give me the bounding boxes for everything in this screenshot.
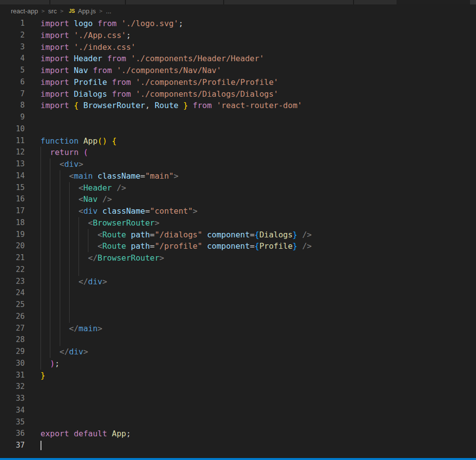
line-number[interactable]: 13 bbox=[0, 158, 25, 170]
indent-guide bbox=[69, 299, 79, 311]
line-number[interactable]: 26 bbox=[0, 311, 25, 323]
code-line[interactable]: 23</div> bbox=[0, 276, 476, 288]
line-number[interactable]: 4 bbox=[0, 53, 25, 65]
line-number[interactable]: 15 bbox=[0, 182, 25, 194]
line-number[interactable]: 36 bbox=[0, 428, 25, 440]
code-line[interactable]: 27</main> bbox=[0, 323, 476, 335]
breadcrumb-item-project[interactable]: react-app bbox=[11, 7, 38, 15]
code-line[interactable]: 16<Nav /> bbox=[0, 193, 476, 205]
code-line[interactable]: 15<Header /> bbox=[0, 182, 476, 194]
line-number[interactable]: 7 bbox=[0, 88, 25, 100]
code-line[interactable]: 28 bbox=[0, 334, 476, 346]
line-number[interactable]: 5 bbox=[0, 65, 25, 77]
line-number[interactable]: 1 bbox=[0, 18, 25, 30]
code-line[interactable]: 4import Header from './components/Header… bbox=[0, 53, 476, 65]
indent-guide bbox=[69, 193, 79, 205]
line-number[interactable]: 34 bbox=[0, 405, 25, 417]
code-line[interactable]: 1import logo from './logo.svg'; bbox=[0, 18, 476, 30]
indent-guide bbox=[40, 276, 50, 288]
code-line[interactable]: 10 bbox=[0, 123, 476, 135]
code-line[interactable]: 17<div className="content"> bbox=[0, 205, 476, 217]
line-number[interactable]: 27 bbox=[0, 323, 25, 335]
line-number[interactable]: 16 bbox=[0, 193, 25, 205]
indent-guide bbox=[40, 358, 50, 370]
indent-guide bbox=[60, 240, 69, 252]
code-line[interactable]: 37 bbox=[0, 440, 476, 452]
code-line[interactable]: 11function App() { bbox=[0, 135, 476, 147]
line-number[interactable]: 6 bbox=[0, 77, 25, 88]
line-number[interactable]: 10 bbox=[0, 123, 25, 135]
line-number[interactable]: 2 bbox=[0, 30, 25, 41]
indent-guide bbox=[79, 264, 88, 276]
indent-guide bbox=[60, 264, 69, 276]
code-line[interactable]: 24 bbox=[0, 287, 476, 299]
code-line[interactable]: 5import Nav from './components/Nav/Nav' bbox=[0, 65, 476, 77]
line-number[interactable]: 32 bbox=[0, 381, 25, 393]
breadcrumb-item-file[interactable]: App.js bbox=[78, 7, 96, 15]
code-text: import Header from './components/Header/… bbox=[25, 53, 476, 65]
line-number[interactable]: 25 bbox=[0, 299, 25, 311]
code-line[interactable]: 13<div> bbox=[0, 158, 476, 170]
code-text: import logo from './logo.svg'; bbox=[25, 18, 476, 30]
code-line[interactable]: 32 bbox=[0, 381, 476, 393]
code-line[interactable]: 19<Route path="/dialogs" component={Dial… bbox=[0, 229, 476, 241]
code-line[interactable]: 3import './index.css' bbox=[0, 41, 476, 53]
line-number[interactable]: 12 bbox=[0, 147, 25, 158]
tab-bar[interactable] bbox=[0, 0, 476, 4]
indent-guide bbox=[60, 193, 69, 205]
tab-bar-tabs[interactable] bbox=[0, 0, 397, 4]
code-line[interactable]: 29</div> bbox=[0, 346, 476, 358]
line-number[interactable]: 21 bbox=[0, 252, 25, 264]
code-line[interactable]: 26 bbox=[0, 311, 476, 323]
line-number[interactable]: 17 bbox=[0, 205, 25, 217]
line-number[interactable]: 18 bbox=[0, 217, 25, 229]
code-line[interactable]: 20<Route path="/profile" component={Prof… bbox=[0, 240, 476, 252]
line-number[interactable]: 19 bbox=[0, 229, 25, 241]
code-line[interactable]: 2import './App.css'; bbox=[0, 30, 476, 41]
code-line[interactable]: 33 bbox=[0, 393, 476, 405]
line-number[interactable]: 31 bbox=[0, 370, 25, 382]
line-number[interactable]: 24 bbox=[0, 287, 25, 299]
line-number[interactable]: 28 bbox=[0, 334, 25, 346]
code-line[interactable]: 34 bbox=[0, 405, 476, 417]
code-line[interactable]: 18<BrowserRouter> bbox=[0, 217, 476, 229]
line-number[interactable]: 14 bbox=[0, 170, 25, 182]
indent-guide bbox=[69, 276, 79, 288]
code-line[interactable]: 9 bbox=[0, 112, 476, 123]
code-line[interactable]: 14<main className="main"> bbox=[0, 170, 476, 182]
line-number[interactable]: 9 bbox=[0, 112, 25, 123]
code-line[interactable]: 6import Profile from './components/Profi… bbox=[0, 77, 476, 88]
code-line[interactable]: 7import Dialogs from './components/Dialo… bbox=[0, 88, 476, 100]
chevron-right-icon: > bbox=[60, 8, 64, 14]
breadcrumb-item-folder[interactable]: src bbox=[48, 7, 57, 15]
breadcrumb-item-symbol[interactable]: ... bbox=[106, 7, 112, 15]
code-text: <div className="content"> bbox=[25, 205, 476, 217]
line-number[interactable]: 11 bbox=[0, 135, 25, 147]
indent-guide bbox=[40, 158, 50, 170]
line-number[interactable]: 22 bbox=[0, 264, 25, 276]
code-line[interactable]: 30); bbox=[0, 358, 476, 370]
line-number[interactable]: 33 bbox=[0, 393, 25, 405]
code-line[interactable]: 12return ( bbox=[0, 147, 476, 158]
code-line[interactable]: 36export default App; bbox=[0, 428, 476, 440]
line-number[interactable]: 20 bbox=[0, 240, 25, 252]
indent-guide bbox=[50, 346, 59, 358]
indent-guide bbox=[60, 323, 69, 335]
indent-guide bbox=[69, 287, 79, 299]
line-number[interactable]: 35 bbox=[0, 417, 25, 428]
line-number[interactable]: 37 bbox=[0, 440, 25, 452]
code-editor[interactable]: 1import logo from './logo.svg';2import '… bbox=[0, 18, 476, 452]
code-line[interactable]: 25 bbox=[0, 299, 476, 311]
indent-guide bbox=[40, 287, 50, 299]
code-line[interactable]: 21</BrowserRouter> bbox=[0, 252, 476, 264]
code-line[interactable]: 8import { BrowserRouter, Route } from 'r… bbox=[0, 100, 476, 112]
line-number[interactable]: 8 bbox=[0, 100, 25, 112]
code-line[interactable]: 31} bbox=[0, 370, 476, 382]
code-line[interactable]: 22 bbox=[0, 264, 476, 276]
line-number[interactable]: 29 bbox=[0, 346, 25, 358]
code-line[interactable]: 35 bbox=[0, 417, 476, 428]
line-number[interactable]: 23 bbox=[0, 276, 25, 288]
line-number[interactable]: 30 bbox=[0, 358, 25, 370]
code-text: import Dialogs from './components/Dialog… bbox=[25, 88, 476, 100]
line-number[interactable]: 3 bbox=[0, 41, 25, 53]
